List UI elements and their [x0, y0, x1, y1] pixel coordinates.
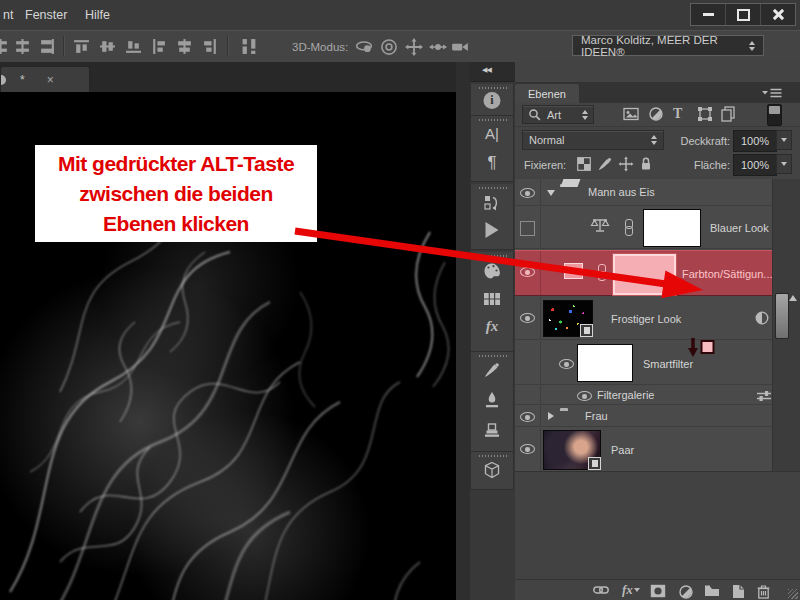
layer-thumbnail[interactable] — [543, 300, 593, 337]
3d-orbit-icon[interactable] — [355, 38, 373, 56]
layer-row-smart-object[interactable]: Paar — [515, 428, 772, 471]
panel-resize-grip[interactable] — [788, 589, 798, 599]
collapse-panels-icon[interactable]: ◀◀ — [482, 66, 491, 74]
minimize-button[interactable] — [691, 4, 726, 25]
drag-grip[interactable] — [479, 455, 507, 457]
fill-dropdown-icon[interactable] — [776, 154, 792, 174]
smart-filter-indicator-icon[interactable] — [754, 310, 770, 326]
distribute-hcenter-icon[interactable] — [176, 38, 193, 55]
canvas-area[interactable]: Mit gedrückter ALT-Taste zwischen die be… — [0, 92, 456, 600]
menu-item-fenster[interactable]: Fenster — [25, 8, 67, 22]
close-button[interactable] — [761, 4, 795, 25]
history-panel-icon[interactable] — [483, 194, 501, 212]
menu-item-hilfe[interactable]: Hilfe — [85, 8, 110, 22]
opacity-value[interactable]: 100% — [733, 130, 777, 152]
styles-panel-icon[interactable]: fx — [486, 318, 499, 335]
info-panel-icon[interactable]: i — [484, 92, 501, 109]
tab-ebenen[interactable]: Ebenen — [515, 84, 579, 103]
fill-value[interactable]: 100% — [733, 154, 777, 176]
filter-settings-icon[interactable] — [756, 390, 772, 402]
3d-roll-icon[interactable] — [380, 38, 398, 56]
eye-icon[interactable] — [520, 411, 536, 423]
eye-icon[interactable] — [520, 187, 536, 199]
auto-align-icon[interactable] — [240, 38, 258, 55]
3d-material-panel-icon[interactable] — [483, 461, 501, 479]
smart-filter-collapse-icon[interactable] — [789, 295, 797, 301]
color-table-panel-icon[interactable] — [483, 292, 501, 306]
panel-menu-icon[interactable] — [762, 88, 782, 99]
lock-position-icon[interactable] — [618, 156, 634, 172]
layer-row-highlighted[interactable]: Farbton/Sättigun... — [515, 250, 772, 296]
actions-panel-icon[interactable] — [486, 222, 499, 238]
distribute-left-icon[interactable] — [150, 38, 167, 55]
new-group-icon[interactable] — [704, 584, 720, 597]
filter-mask-thumbnail[interactable] — [577, 344, 633, 382]
lock-pixels-icon[interactable] — [597, 156, 613, 172]
menu-item-truncated[interactable]: nt — [3, 8, 13, 22]
clone-source-panel-icon[interactable] — [483, 421, 501, 439]
delete-layer-icon[interactable] — [756, 584, 771, 599]
filter-adjustment-layers-icon[interactable] — [648, 106, 664, 122]
scrollbar-track[interactable] — [772, 179, 800, 471]
distribute-bottom-icon[interactable] — [125, 38, 142, 55]
document-tab[interactable]: * × — [0, 66, 90, 92]
visibility-well[interactable] — [515, 251, 541, 295]
align-right-icon[interactable] — [39, 38, 56, 55]
group-collapsed-icon[interactable] — [548, 412, 554, 420]
opacity-dropdown-icon[interactable] — [776, 130, 792, 150]
eye-icon[interactable] — [520, 312, 536, 324]
scrollbar-thumb[interactable] — [775, 293, 789, 339]
layer-row-smart-filter-mask[interactable]: Smartfilter — [515, 341, 772, 385]
eye-icon[interactable] — [559, 358, 575, 370]
maximize-button[interactable] — [726, 4, 761, 25]
layer-row-adjustment[interactable]: Blauer Look — [515, 207, 772, 249]
drag-grip[interactable] — [479, 255, 507, 257]
add-layer-mask-icon[interactable] — [650, 584, 666, 598]
distribute-top-icon[interactable] — [73, 38, 90, 55]
distribute-middle-icon[interactable] — [99, 38, 116, 55]
link-layers-icon[interactable] — [593, 584, 609, 596]
drag-grip[interactable] — [479, 187, 507, 189]
visibility-well[interactable] — [515, 207, 541, 248]
paragraph-panel-icon[interactable]: ¶ — [471, 153, 513, 173]
layer-mask-thumbnail-selected[interactable] — [613, 254, 676, 295]
brush-presets-panel-icon[interactable] — [483, 361, 501, 379]
filter-type-select[interactable]: Art — [522, 105, 594, 124]
workspace-select[interactable]: Marco Kolditz, MEER DER IDEEN® — [572, 35, 764, 56]
blend-mode-select[interactable]: Normal — [522, 130, 664, 150]
drag-grip[interactable] — [479, 87, 507, 89]
eye-icon[interactable] — [520, 266, 536, 278]
filter-smart-objects-icon[interactable] — [720, 106, 736, 122]
layer-row-filter-entry[interactable]: Filtergalerie — [515, 386, 772, 405]
distribute-vcenter-icon[interactable] — [14, 38, 31, 55]
tool-presets-panel-icon[interactable] — [483, 391, 501, 409]
3d-slide-icon[interactable] — [429, 38, 447, 56]
lock-transparency-icon[interactable] — [577, 157, 591, 171]
new-layer-icon[interactable] — [730, 584, 745, 599]
eye-icon[interactable] — [520, 443, 536, 455]
group-expand-icon[interactable] — [547, 190, 555, 196]
layer-thumbnail[interactable] — [543, 430, 601, 470]
layer-row-group[interactable]: Mann aus Eis — [515, 179, 772, 206]
filter-shape-layers-icon[interactable] — [697, 106, 713, 122]
lock-all-icon[interactable] — [639, 156, 653, 171]
filter-pixel-layers-icon[interactable] — [623, 106, 639, 122]
visibility-well[interactable] — [515, 406, 541, 426]
visibility-well[interactable] — [515, 428, 541, 471]
new-adjustment-layer-icon[interactable] — [678, 584, 694, 600]
layer-row-group[interactable]: Frau — [515, 406, 772, 427]
character-panel-icon[interactable]: A| — [471, 125, 513, 142]
visibility-well[interactable] — [515, 179, 541, 205]
visibility-checkbox-empty[interactable] — [520, 221, 535, 236]
drag-grip[interactable] — [479, 355, 507, 357]
adjustment-thumbnail[interactable] — [564, 263, 583, 279]
3d-camera-icon[interactable] — [451, 38, 469, 56]
layer-mask-thumbnail[interactable] — [643, 209, 701, 247]
drag-grip[interactable] — [479, 119, 507, 121]
distribute-right-icon[interactable] — [202, 38, 219, 55]
tab-close-icon[interactable]: × — [47, 73, 54, 87]
layer-row-smart-object[interactable]: Frostiger Look — [515, 297, 772, 340]
align-left-icon[interactable] — [0, 38, 9, 55]
filter-type-layers-icon[interactable]: T — [673, 106, 682, 122]
layer-filter-toggle[interactable] — [767, 104, 782, 126]
